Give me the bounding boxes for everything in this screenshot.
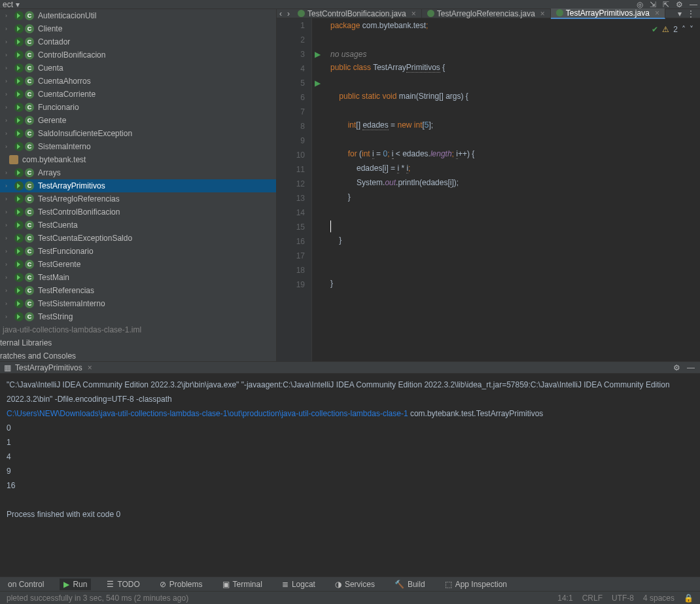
close-icon[interactable]: × xyxy=(88,363,92,372)
tree-item[interactable]: ›CGerente xyxy=(0,114,276,127)
tree-package[interactable]: com.bytebank.test xyxy=(0,153,276,166)
chevron-right-icon[interactable]: › xyxy=(5,196,12,202)
tree-item[interactable]: ›CSistemaInterno xyxy=(0,140,276,153)
expand-icon[interactable]: ⇲ xyxy=(650,0,656,9)
class-icon: C xyxy=(25,37,34,46)
chevron-right-icon[interactable]: › xyxy=(5,143,12,150)
chevron-right-icon[interactable]: › xyxy=(5,235,12,241)
chevron-right-icon[interactable]: › xyxy=(5,274,12,281)
chevron-right-icon[interactable]: › xyxy=(5,169,12,176)
chevron-right-icon[interactable]: › xyxy=(5,91,12,98)
tool-version-control[interactable]: on Control xyxy=(4,578,48,590)
tree-iml[interactable]: java-util-collections-lambdas-clase-1.im… xyxy=(0,323,276,336)
tree-item-label: TestString xyxy=(38,312,73,321)
code-editor[interactable]: ✔ ⚠ 2 ˄ ˅ package com.bytebank.test; no … xyxy=(312,18,700,361)
tree-item[interactable]: ›CTestString xyxy=(0,310,276,323)
tool-app-inspection[interactable]: ⬚App Inspection xyxy=(441,578,511,590)
tree-item[interactable]: ›CTestFuncionario xyxy=(0,245,276,258)
tree-item[interactable]: ›CTestCuentaExceptionSaldo xyxy=(0,232,276,245)
status-indent[interactable]: 4 spaces xyxy=(643,594,674,603)
tree-item[interactable]: ›CTestMain xyxy=(0,271,276,284)
tree-item[interactable]: ›CCliente xyxy=(0,22,276,35)
tree-item[interactable]: ›CTestSistemaInterno xyxy=(0,297,276,310)
class-icon: C xyxy=(25,247,34,256)
chevron-right-icon[interactable]: › xyxy=(5,104,12,111)
tool-build[interactable]: 🔨Build xyxy=(391,578,429,590)
console-output[interactable]: "C:\Java\IntelliJ IDEA Community Edition… xyxy=(0,374,700,570)
inspection-widget[interactable]: ✔ ⚠ 2 ˄ ˅ xyxy=(652,22,693,37)
tool-logcat[interactable]: ≣Logcat xyxy=(278,578,319,590)
tree-item[interactable]: ›CSaldoInsuficienteException xyxy=(0,127,276,140)
target-icon[interactable]: ◎ xyxy=(637,0,643,9)
tree-item[interactable]: ›CTestReferencias xyxy=(0,284,276,297)
readonly-icon[interactable]: 🔒 xyxy=(684,594,693,603)
tree-item[interactable]: ›CControlBonificacion xyxy=(0,48,276,62)
tab-next-icon[interactable]: › xyxy=(285,9,292,18)
collapse-icon[interactable]: ⇱ xyxy=(663,0,669,9)
tree-external-libs[interactable]: ternal Libraries xyxy=(0,336,276,349)
chevron-right-icon[interactable]: › xyxy=(5,248,12,255)
more-icon[interactable]: ⋮ xyxy=(687,9,695,18)
chevron-right-icon[interactable]: › xyxy=(5,300,12,307)
tree-item[interactable]: ›CCuentaCorriente xyxy=(0,88,276,101)
dropdown-icon[interactable]: ▾ xyxy=(16,0,20,9)
minimize-icon[interactable]: — xyxy=(690,0,697,9)
tab-test-array-primitivos[interactable]: TestArrayPrimitivos.java × xyxy=(551,9,665,19)
tool-problems[interactable]: ⊘Problems xyxy=(156,578,207,590)
chevron-right-icon[interactable]: › xyxy=(5,12,12,19)
close-icon[interactable]: × xyxy=(540,9,545,18)
tool-terminal[interactable]: ▣Terminal xyxy=(219,578,266,590)
chevron-right-icon[interactable]: › xyxy=(5,52,12,58)
chevron-down-icon[interactable]: ˅ xyxy=(690,22,693,37)
services-icon: ◑ xyxy=(335,580,341,589)
chevron-right-icon[interactable]: › xyxy=(5,222,12,228)
tree-item[interactable]: ›CTestArrayPrimitivos xyxy=(0,179,276,192)
chevron-right-icon[interactable]: › xyxy=(5,26,12,32)
tree-item[interactable]: ›CTestArregloReferencias xyxy=(0,192,276,205)
chevron-right-icon[interactable]: › xyxy=(5,313,12,320)
chevron-right-icon[interactable]: › xyxy=(5,261,12,268)
tree-item[interactable]: ›CCuenta xyxy=(0,62,276,75)
close-icon[interactable]: × xyxy=(411,9,416,18)
chevron-right-icon[interactable]: › xyxy=(5,183,12,189)
tree-item[interactable]: ›CCuentaAhorros xyxy=(0,75,276,88)
tree-item[interactable]: ›CTestControlBonificacion xyxy=(0,205,276,219)
run-tab[interactable]: TestArrayPrimitivos × xyxy=(15,363,92,372)
gear-icon[interactable]: ⚙ xyxy=(673,363,680,372)
tree-item[interactable]: ›CTestGerente xyxy=(0,258,276,271)
console-link[interactable]: C:\Users\NEW\Downloads\java-util-collect… xyxy=(7,409,408,418)
chevron-right-icon[interactable]: › xyxy=(5,65,12,71)
tool-run[interactable]: ▶Run xyxy=(60,578,91,590)
class-icon: C xyxy=(25,194,34,204)
runnable-icon xyxy=(14,24,24,33)
chevron-right-icon[interactable]: › xyxy=(5,117,12,124)
editor-body[interactable]: 1 2 3▶ 4 5▶ 6 7 8 9 10 11 12 13 14 15 16… xyxy=(277,18,700,361)
chevron-right-icon[interactable]: › xyxy=(5,78,12,84)
chevron-right-icon[interactable]: › xyxy=(5,287,12,294)
tree-item-label: TestSistemaInterno xyxy=(38,299,105,308)
tree-item[interactable]: ›CFuncionario xyxy=(0,101,276,114)
close-icon[interactable]: × xyxy=(655,9,659,18)
tree-item[interactable]: ›CArrays xyxy=(0,166,276,179)
status-line-sep[interactable]: CRLF xyxy=(582,594,603,603)
tab-test-control-bonificacion[interactable]: TestControlBonificacion.java × xyxy=(292,9,422,18)
gear-icon[interactable]: ⚙ xyxy=(676,0,683,9)
chevron-right-icon[interactable]: › xyxy=(5,39,12,45)
tab-list-icon[interactable]: ▾ xyxy=(678,9,682,18)
status-encoding[interactable]: UTF-8 xyxy=(612,594,634,603)
tree-item[interactable]: ›CAutenticacionUtil xyxy=(0,9,276,22)
tool-services[interactable]: ◑Services xyxy=(331,578,379,590)
chevron-up-icon[interactable]: ˄ xyxy=(682,22,686,37)
tab-prev-icon[interactable]: ‹ xyxy=(277,9,285,18)
tool-todo[interactable]: ☰TODO xyxy=(103,578,143,590)
status-position[interactable]: 14:1 xyxy=(557,594,572,603)
tree-scratches[interactable]: ratches and Consoles xyxy=(0,349,276,361)
tree-item[interactable]: ›CContador xyxy=(0,35,276,48)
minimize-icon[interactable]: — xyxy=(687,363,695,372)
project-tree[interactable]: ›CAutenticacionUtil›CCliente›CContador›C… xyxy=(0,9,277,361)
tree-item[interactable]: ›CTestCuenta xyxy=(0,219,276,232)
chevron-right-icon[interactable]: › xyxy=(5,130,12,137)
chevron-right-icon[interactable]: › xyxy=(5,209,12,215)
status-bar: pleted successfully in 3 sec, 540 ms (2 … xyxy=(0,591,700,604)
tab-test-arreglo-referencias[interactable]: TestArregloReferencias.java × xyxy=(422,9,551,18)
